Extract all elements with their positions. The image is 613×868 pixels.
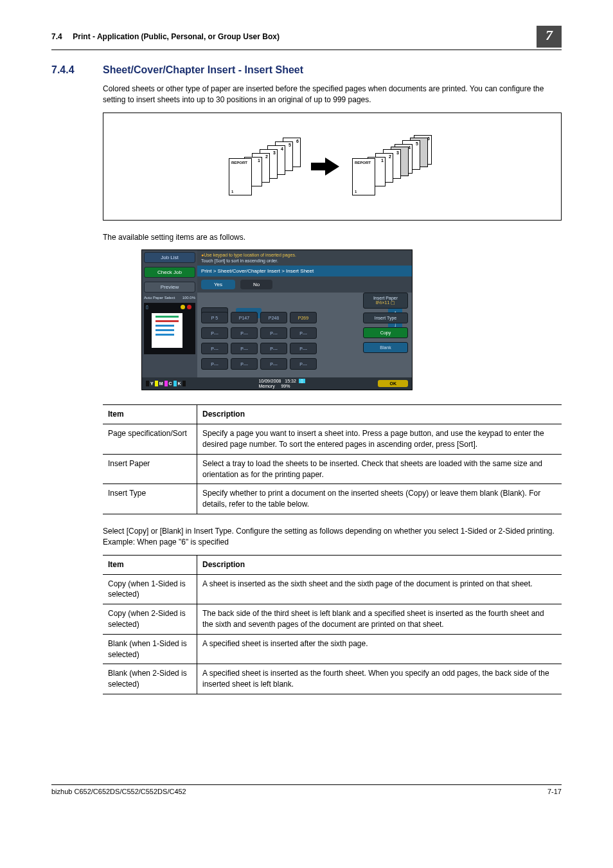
breadcrumb: Print > Sheet/Cover/Chapter Insert > Ins…	[197, 266, 412, 276]
section-heading: 7.4.4 Sheet/Cover/Chapter Insert - Inser…	[51, 64, 562, 76]
table-row: Insert Type Specify whether to print a d…	[103, 484, 562, 514]
settings-table: Item Description Page specification/Sort…	[103, 404, 562, 514]
page-cell[interactable]: P147	[231, 312, 258, 323]
page-cell-empty[interactable]: P---	[201, 327, 228, 339]
header-rule	[51, 50, 562, 50]
insert-type-label: Insert Type	[363, 312, 408, 323]
cell-item: Insert Type	[103, 484, 197, 514]
th-item: Item	[103, 405, 197, 424]
job-list-button[interactable]: Job List	[144, 252, 195, 263]
sheet-report: REPORT 1	[229, 158, 252, 195]
yes-button[interactable]: Yes	[201, 280, 235, 289]
toner-dots	[181, 305, 191, 309]
cell-item: Insert Paper	[103, 454, 197, 484]
report-label: REPORT	[355, 161, 371, 165]
blank-button[interactable]: Blank	[363, 342, 408, 353]
cell-desc: Select a tray to load the sheets to be i…	[197, 454, 562, 484]
th-desc: Description	[197, 555, 562, 574]
header-section-title: Print - Application (Public, Personal, o…	[73, 32, 280, 41]
page-cell[interactable]: P269	[290, 312, 317, 323]
cell-item: Copy (when 2-Sided is selected)	[103, 604, 197, 635]
chapter-badge: 7	[537, 26, 562, 48]
page-cell-empty[interactable]: P---	[290, 343, 317, 354]
cell-desc: A specified sheet is inserted as the fou…	[197, 664, 562, 694]
cell-item: Blank (when 2-Sided is selected)	[103, 664, 197, 694]
ss-footer: Y M C K 10/09/2008 15:32 ▯ Memory 99% OK	[142, 377, 412, 390]
page-cell-empty[interactable]: P---	[231, 343, 258, 354]
status-icon: ▯	[299, 379, 305, 383]
copy-button[interactable]: Copy	[363, 327, 408, 338]
header-left: 7.4 Print - Application (Public, Persona…	[51, 32, 280, 41]
page-cell-empty[interactable]: P---	[260, 327, 287, 339]
page-cell-empty[interactable]: P---	[231, 358, 258, 370]
footer-model: bizhub C652/C652DS/C552/C552DS/C452	[51, 788, 186, 795]
page-cell-empty[interactable]: P---	[201, 358, 228, 370]
cell-item: Blank (when 1-Sided is selected)	[103, 634, 197, 664]
doc-icon: ▯	[146, 305, 148, 310]
insert-type-paragraph: Select [Copy] or [Blank] in Insert Type.…	[103, 526, 562, 548]
cell-desc: Specify whether to print a document on t…	[197, 484, 562, 514]
hint-text: ●Use keypad to type location of inserted…	[197, 250, 412, 266]
table-row: Blank (when 2-Sided is selected) A speci…	[103, 664, 562, 694]
diagram-stack-before: 6 5 4 3 2 1 REPORT 1	[229, 138, 312, 195]
report-label: REPORT	[231, 161, 247, 165]
table-row: Copy (when 1-Sided is selected) A sheet …	[103, 574, 562, 604]
ok-button[interactable]: OK	[378, 380, 408, 387]
header-section-ref: 7.4	[51, 32, 62, 41]
page-cell-empty[interactable]: P---	[260, 343, 287, 354]
toner-indicator: Y M C K	[146, 381, 186, 386]
preview-button[interactable]: Preview	[144, 282, 195, 293]
page-footer: bizhub C652/C652DS/C552/C552DS/C452 7-17	[51, 784, 562, 795]
page-grid: P269 Sort 1 / 2 ↑ ↓ P 5 P147 P248 P269	[197, 293, 412, 377]
th-desc: Description	[197, 405, 562, 424]
page-cell[interactable]: P248	[260, 312, 287, 323]
insert-paper-button[interactable]: Insert Paper 8½×11 ▢	[363, 293, 408, 309]
table-row: Page specification/Sort Specify a page y…	[103, 424, 562, 455]
th-item: Item	[103, 555, 197, 574]
page-thumb	[152, 313, 182, 348]
diagram-stack-after: 6 5 4 3 2 1 REPORT 1	[352, 138, 436, 195]
report-num: 1	[231, 190, 233, 194]
cell-item: Copy (when 1-Sided is selected)	[103, 574, 197, 604]
sheet-report: REPORT 1	[352, 158, 375, 195]
available-items-text: The available setting items are as follo…	[103, 232, 562, 243]
insert-sheet-diagram: 6 5 4 3 2 1 REPORT 1 6 5 4 3 2 1 REPORT …	[103, 113, 562, 221]
cell-desc: The back side of the third sheet is left…	[197, 604, 562, 635]
ss-sidebar: Job List Check Job Preview Auto Paper Se…	[142, 250, 197, 377]
panel-screenshot: Job List Check Job Preview Auto Paper Se…	[141, 249, 413, 390]
check-job-button[interactable]: Check Job	[144, 267, 195, 278]
cell-item: Page specification/Sort	[103, 424, 197, 455]
cell-desc: A sheet is inserted as the sixth sheet a…	[197, 574, 562, 604]
yes-no-row: Yes No	[197, 276, 412, 293]
preview-thumbnail: ▯	[144, 303, 195, 354]
page-header: 7.4 Print - Application (Public, Persona…	[51, 26, 562, 50]
cell-desc: A specified sheet is inserted after the …	[197, 634, 562, 664]
page-cell-empty[interactable]: P---	[231, 327, 258, 339]
page-cell-empty[interactable]: P---	[201, 343, 228, 354]
table-row: Copy (when 2-Sided is selected) The back…	[103, 604, 562, 635]
footer-page: 7-17	[547, 788, 562, 795]
report-num: 1	[355, 190, 357, 194]
arrow-icon	[325, 158, 339, 176]
page-cell-empty[interactable]: P---	[260, 358, 287, 370]
page-cell-empty[interactable]: P---	[290, 327, 317, 339]
table-row: Blank (when 1-Sided is selected) A speci…	[103, 634, 562, 664]
page-cell-empty[interactable]: P---	[290, 358, 317, 370]
section-title: Sheet/Cover/Chapter Insert - Insert Shee…	[103, 64, 303, 76]
datetime: 10/09/2008 15:32 ▯ Memory 99%	[258, 379, 305, 388]
section-number: 7.4.4	[51, 64, 103, 76]
ss-main: ●Use keypad to type location of inserted…	[197, 250, 412, 377]
table-row: Insert Paper Select a tray to load the s…	[103, 454, 562, 484]
page-cell[interactable]: P 5	[201, 312, 228, 323]
auto-paper-label: Auto Paper Select 100.0%	[144, 296, 195, 300]
no-button[interactable]: No	[240, 280, 272, 289]
cell-desc: Specify a page you want to insert a shee…	[197, 424, 562, 455]
intro-paragraph: Colored sheets or other type of paper ar…	[103, 84, 562, 106]
insert-type-table: Item Description Copy (when 1-Sided is s…	[103, 555, 562, 694]
